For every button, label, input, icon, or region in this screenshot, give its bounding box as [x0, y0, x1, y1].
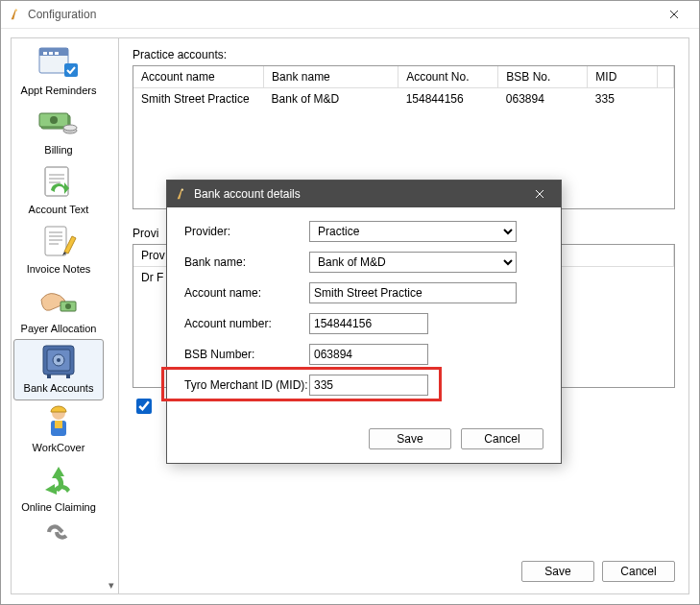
dialog-save-button[interactable]: Save: [369, 428, 451, 449]
hand-money-icon: [36, 282, 82, 321]
sidebar-item-label: Invoice Notes: [14, 263, 103, 275]
svg-point-20: [57, 358, 60, 362]
col-bank-name[interactable]: Bank name: [264, 66, 398, 88]
svg-rect-25: [55, 421, 62, 428]
window-titlebar: Configuration: [1, 1, 699, 29]
sidebar-item-extra[interactable]: [14, 519, 103, 544]
col-bsb-no[interactable]: BSB No.: [498, 66, 588, 88]
chevron-down-icon[interactable]: ▾: [105, 578, 118, 592]
account-number-label: Account number:: [184, 317, 309, 330]
svg-rect-6: [64, 63, 78, 77]
recycle-arrows-icon: [36, 461, 82, 499]
sidebar-item-label: Account Text: [14, 204, 103, 215]
main-cancel-button[interactable]: Cancel: [602, 561, 675, 582]
cell-account-name: Smith Street Practice: [133, 88, 264, 110]
sidebar-item-label: Appt Reminders: [14, 85, 103, 96]
svg-rect-4: [49, 52, 53, 55]
document-pencil-icon: [36, 223, 82, 261]
bank-name-select[interactable]: Bank of M&D: [309, 252, 517, 273]
svg-rect-3: [43, 52, 47, 55]
svg-rect-21: [47, 375, 51, 378]
tyro-mid-input[interactable]: [309, 375, 428, 396]
provider-select[interactable]: Practice: [309, 221, 517, 242]
sidebar-item-billing[interactable]: Billing: [14, 102, 103, 161]
sidebar-item-label: Billing: [14, 144, 103, 156]
account-number-input[interactable]: [309, 313, 428, 334]
dialog-title: Bank account details: [194, 187, 522, 201]
sidebar-item-workcover[interactable]: WorkCover: [14, 399, 103, 459]
configuration-window: Configuration: [0, 0, 700, 605]
dialog-app-icon: [175, 187, 188, 201]
account-name-label: Account name:: [184, 286, 309, 300]
bsb-number-label: BSB Number:: [184, 348, 309, 361]
practice-accounts-label: Practice accounts:: [133, 48, 675, 61]
col-mid[interactable]: MID: [588, 66, 658, 88]
window-title: Configuration: [28, 8, 655, 21]
app-icon: [9, 8, 22, 21]
cell-mid: 335: [588, 88, 658, 110]
dialog-titlebar: Bank account details: [167, 181, 561, 207]
svg-rect-22: [66, 375, 70, 378]
main-save-button[interactable]: Save: [521, 561, 594, 582]
col-account-name[interactable]: Account name: [133, 66, 264, 88]
account-name-input[interactable]: [309, 282, 517, 303]
svg-point-9: [50, 116, 58, 124]
checkbox-option[interactable]: [136, 399, 152, 414]
bank-account-details-dialog: Bank account details Provider: Practice …: [166, 180, 562, 464]
sidebar: Appt Reminders Billing: [12, 38, 119, 593]
svg-point-11: [63, 125, 77, 131]
sidebar-item-label: Payer Allocation: [14, 323, 103, 334]
svg-rect-14: [45, 227, 66, 255]
bank-name-label: Bank name:: [184, 255, 309, 269]
window-body: Appt Reminders Billing: [1, 28, 699, 604]
money-stack-icon: [36, 104, 82, 142]
sidebar-item-payer-allocation[interactable]: Payer Allocation: [14, 280, 103, 340]
bsb-number-input[interactable]: [309, 344, 428, 365]
dialog-close-button[interactable]: [522, 183, 557, 205]
sidebar-item-label: Online Claiming: [14, 501, 103, 513]
sidebar-item-account-text[interactable]: Account Text: [14, 161, 103, 221]
cell-bank-name: Bank of M&D: [264, 88, 398, 110]
calendar-check-icon: [36, 44, 82, 83]
sidebar-item-label: WorkCover: [14, 442, 103, 453]
cell-bsb-no: 063894: [498, 88, 588, 110]
link-icon: [36, 520, 82, 542]
tyro-mid-label: Tyro Merchant ID (MID):: [184, 378, 309, 392]
sidebar-item-appt-reminders[interactable]: Appt Reminders: [14, 42, 103, 102]
sidebar-item-label: Bank Accounts: [14, 382, 103, 394]
dialog-cancel-button[interactable]: Cancel: [461, 428, 543, 449]
window-close-button[interactable]: [655, 3, 693, 26]
provider-label: Provider:: [184, 225, 309, 238]
svg-point-0: [15, 9, 17, 11]
svg-point-16: [65, 303, 71, 309]
dialog-body: Provider: Practice Bank name: Bank of M&…: [167, 207, 561, 463]
table-row[interactable]: Smith Street Practice Bank of M&D 154844…: [133, 88, 674, 110]
svg-rect-5: [55, 52, 59, 55]
col-empty: [658, 66, 674, 88]
col-account-no[interactable]: Account No.: [398, 66, 498, 88]
worker-icon: [36, 401, 82, 440]
document-arrow-icon: [36, 163, 82, 202]
cell-account-no: 154844156: [398, 88, 498, 110]
sidebar-item-bank-accounts[interactable]: Bank Accounts: [14, 340, 103, 399]
sidebar-item-invoice-notes[interactable]: Invoice Notes: [14, 221, 103, 280]
safe-icon: [36, 342, 82, 380]
sidebar-item-online-claiming[interactable]: Online Claiming: [14, 459, 103, 519]
svg-point-26: [181, 188, 183, 190]
sidebar-scroll[interactable]: Appt Reminders Billing: [12, 38, 106, 593]
